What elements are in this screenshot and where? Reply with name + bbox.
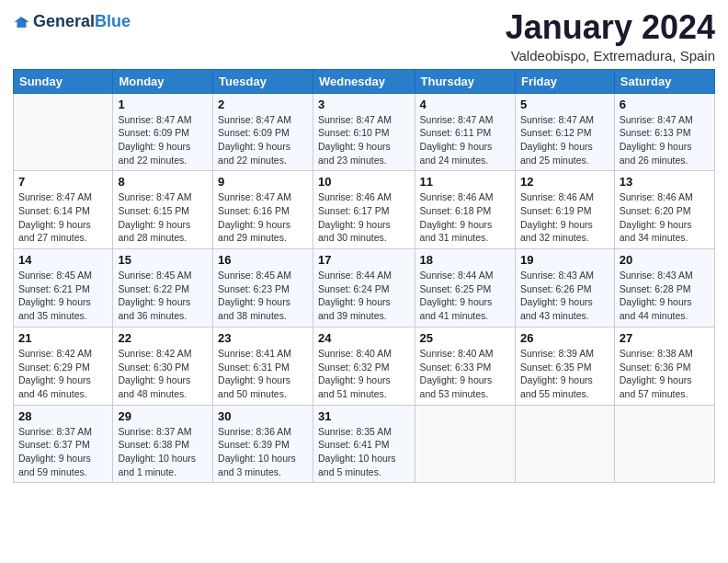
day-number: 1 — [118, 98, 208, 111]
day-number: 5 — [520, 98, 609, 111]
day-info: Sunrise: 8:47 AM Sunset: 6:13 PM Dayligh… — [620, 113, 710, 167]
day-info: Sunrise: 8:36 AM Sunset: 6:39 PM Dayligh… — [218, 425, 308, 479]
day-info: Sunrise: 8:45 AM Sunset: 6:22 PM Dayligh… — [118, 269, 208, 323]
day-info: Sunrise: 8:47 AM Sunset: 6:12 PM Dayligh… — [520, 113, 609, 167]
calendar-cell: 18Sunrise: 8:44 AM Sunset: 6:25 PM Dayli… — [415, 249, 515, 327]
day-number: 23 — [218, 331, 308, 345]
calendar-cell — [14, 93, 113, 171]
day-info: Sunrise: 8:39 AM Sunset: 6:35 PM Dayligh… — [520, 347, 609, 401]
day-number: 15 — [118, 253, 208, 267]
calendar-cell: 8Sunrise: 8:47 AM Sunset: 6:15 PM Daylig… — [113, 171, 213, 249]
day-number: 9 — [218, 175, 308, 189]
day-info: Sunrise: 8:44 AM Sunset: 6:24 PM Dayligh… — [318, 269, 410, 323]
calendar-cell: 4Sunrise: 8:47 AM Sunset: 6:11 PM Daylig… — [415, 93, 515, 171]
day-number: 16 — [218, 253, 308, 267]
calendar-cell — [415, 405, 515, 483]
calendar-cell: 29Sunrise: 8:37 AM Sunset: 6:38 PM Dayli… — [113, 405, 213, 483]
calendar-cell: 16Sunrise: 8:45 AM Sunset: 6:23 PM Dayli… — [213, 249, 313, 327]
calendar-cell: 3Sunrise: 8:47 AM Sunset: 6:10 PM Daylig… — [313, 93, 415, 171]
day-number: 29 — [118, 409, 208, 423]
col-header-thursday: Thursday — [415, 69, 515, 93]
day-info: Sunrise: 8:42 AM Sunset: 6:29 PM Dayligh… — [18, 347, 108, 401]
calendar-cell: 12Sunrise: 8:46 AM Sunset: 6:19 PM Dayli… — [515, 171, 614, 249]
day-number: 2 — [218, 98, 308, 111]
header-row: SundayMondayTuesdayWednesdayThursdayFrid… — [14, 69, 715, 93]
day-info: Sunrise: 8:46 AM Sunset: 6:17 PM Dayligh… — [318, 190, 410, 245]
day-number: 24 — [318, 331, 410, 345]
day-number: 8 — [118, 175, 208, 189]
calendar-cell: 15Sunrise: 8:45 AM Sunset: 6:22 PM Dayli… — [113, 249, 213, 327]
day-info: Sunrise: 8:47 AM Sunset: 6:14 PM Dayligh… — [18, 190, 108, 245]
calendar-cell: 1Sunrise: 8:47 AM Sunset: 6:09 PM Daylig… — [113, 93, 213, 171]
day-number: 20 — [620, 253, 710, 267]
col-header-tuesday: Tuesday — [213, 69, 313, 93]
day-info: Sunrise: 8:47 AM Sunset: 6:16 PM Dayligh… — [218, 190, 308, 245]
calendar-cell: 22Sunrise: 8:42 AM Sunset: 6:30 PM Dayli… — [113, 327, 213, 405]
calendar-cell: 31Sunrise: 8:35 AM Sunset: 6:41 PM Dayli… — [313, 405, 415, 483]
day-number: 22 — [118, 331, 208, 345]
day-info: Sunrise: 8:35 AM Sunset: 6:41 PM Dayligh… — [318, 425, 410, 479]
day-number: 14 — [18, 253, 108, 267]
day-info: Sunrise: 8:47 AM Sunset: 6:15 PM Dayligh… — [118, 190, 208, 245]
week-row-5: 28Sunrise: 8:37 AM Sunset: 6:37 PM Dayli… — [14, 405, 715, 483]
calendar-cell: 20Sunrise: 8:43 AM Sunset: 6:28 PM Dayli… — [614, 249, 714, 327]
logo-text: GeneralBlue — [33, 13, 131, 31]
calendar-cell: 13Sunrise: 8:46 AM Sunset: 6:20 PM Dayli… — [614, 171, 714, 249]
day-number: 18 — [420, 253, 510, 267]
calendar-cell: 25Sunrise: 8:40 AM Sunset: 6:33 PM Dayli… — [415, 327, 515, 405]
day-number: 21 — [18, 331, 108, 345]
calendar-cell: 11Sunrise: 8:46 AM Sunset: 6:18 PM Dayli… — [415, 171, 515, 249]
day-info: Sunrise: 8:38 AM Sunset: 6:36 PM Dayligh… — [620, 347, 710, 401]
calendar-cell: 2Sunrise: 8:47 AM Sunset: 6:09 PM Daylig… — [213, 93, 313, 171]
calendar-cell: 24Sunrise: 8:40 AM Sunset: 6:32 PM Dayli… — [313, 327, 415, 405]
day-number: 26 — [520, 331, 609, 345]
week-row-2: 7Sunrise: 8:47 AM Sunset: 6:14 PM Daylig… — [14, 171, 715, 249]
month-title: January 2024 — [506, 9, 715, 46]
day-number: 10 — [318, 175, 410, 189]
day-info: Sunrise: 8:40 AM Sunset: 6:33 PM Dayligh… — [420, 347, 510, 401]
day-info: Sunrise: 8:37 AM Sunset: 6:38 PM Dayligh… — [118, 425, 208, 479]
calendar-cell: 19Sunrise: 8:43 AM Sunset: 6:26 PM Dayli… — [515, 249, 614, 327]
day-info: Sunrise: 8:45 AM Sunset: 6:23 PM Dayligh… — [218, 269, 308, 323]
day-info: Sunrise: 8:47 AM Sunset: 6:10 PM Dayligh… — [318, 113, 410, 167]
calendar-cell: 28Sunrise: 8:37 AM Sunset: 6:37 PM Dayli… — [14, 405, 113, 483]
day-info: Sunrise: 8:45 AM Sunset: 6:21 PM Dayligh… — [18, 269, 108, 323]
day-info: Sunrise: 8:47 AM Sunset: 6:09 PM Dayligh… — [218, 113, 308, 167]
calendar-cell: 10Sunrise: 8:46 AM Sunset: 6:17 PM Dayli… — [313, 171, 415, 249]
calendar-cell: 9Sunrise: 8:47 AM Sunset: 6:16 PM Daylig… — [213, 171, 313, 249]
calendar-cell: 5Sunrise: 8:47 AM Sunset: 6:12 PM Daylig… — [515, 93, 614, 171]
col-header-monday: Monday — [113, 69, 213, 93]
day-number: 28 — [18, 409, 108, 423]
day-number: 27 — [620, 331, 710, 345]
day-number: 6 — [620, 98, 710, 111]
location: Valdeobispo, Extremadura, Spain — [506, 48, 715, 63]
day-info: Sunrise: 8:43 AM Sunset: 6:28 PM Dayligh… — [620, 269, 710, 323]
week-row-4: 21Sunrise: 8:42 AM Sunset: 6:29 PM Dayli… — [14, 327, 715, 405]
logo: GeneralBlue — [13, 13, 131, 31]
day-number: 7 — [18, 175, 108, 189]
calendar-cell: 14Sunrise: 8:45 AM Sunset: 6:21 PM Dayli… — [14, 249, 113, 327]
calendar-cell: 23Sunrise: 8:41 AM Sunset: 6:31 PM Dayli… — [213, 327, 313, 405]
calendar-cell: 26Sunrise: 8:39 AM Sunset: 6:35 PM Dayli… — [515, 327, 614, 405]
calendar-cell — [515, 405, 614, 483]
calendar-cell: 6Sunrise: 8:47 AM Sunset: 6:13 PM Daylig… — [614, 93, 714, 171]
week-row-3: 14Sunrise: 8:45 AM Sunset: 6:21 PM Dayli… — [14, 249, 715, 327]
header: GeneralBlue January 2024 Valdeobispo, Ex… — [13, 9, 715, 63]
day-number: 19 — [520, 253, 609, 267]
day-info: Sunrise: 8:46 AM Sunset: 6:18 PM Dayligh… — [420, 190, 510, 245]
week-row-1: 1Sunrise: 8:47 AM Sunset: 6:09 PM Daylig… — [14, 93, 715, 171]
calendar-table: SundayMondayTuesdayWednesdayThursdayFrid… — [13, 69, 715, 484]
logo-icon — [13, 14, 29, 30]
col-header-friday: Friday — [515, 69, 614, 93]
day-number: 3 — [318, 98, 410, 111]
day-info: Sunrise: 8:44 AM Sunset: 6:25 PM Dayligh… — [420, 269, 510, 323]
col-header-sunday: Sunday — [14, 69, 113, 93]
day-number: 30 — [218, 409, 308, 423]
calendar-cell: 7Sunrise: 8:47 AM Sunset: 6:14 PM Daylig… — [14, 171, 113, 249]
col-header-wednesday: Wednesday — [313, 69, 415, 93]
day-info: Sunrise: 8:46 AM Sunset: 6:20 PM Dayligh… — [620, 190, 710, 245]
day-info: Sunrise: 8:42 AM Sunset: 6:30 PM Dayligh… — [118, 347, 208, 401]
title-block: January 2024 Valdeobispo, Extremadura, S… — [506, 9, 715, 63]
day-info: Sunrise: 8:46 AM Sunset: 6:19 PM Dayligh… — [520, 190, 609, 245]
day-number: 17 — [318, 253, 410, 267]
